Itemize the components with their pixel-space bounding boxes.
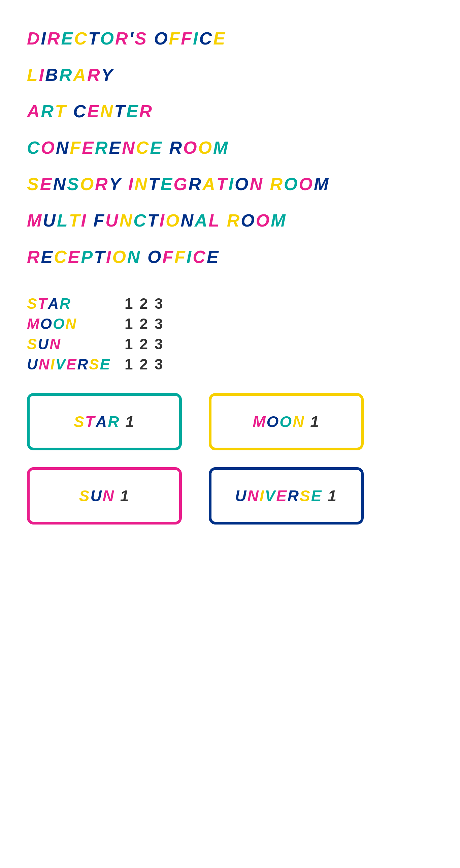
room-card-label-sun-1: SUN 1 (79, 487, 130, 505)
cards-grid: STAR 1MOON 1SUN 1UNIVERSE 1 (27, 393, 364, 525)
grid-num-sun-1[interactable]: 1 (125, 336, 133, 353)
grid-num-sun-3[interactable]: 3 (155, 336, 163, 353)
grid-num-moon-1[interactable]: 1 (125, 316, 133, 332)
grid-label-sun: SUN (27, 336, 121, 353)
grid-num-sun-2[interactable]: 2 (139, 336, 147, 353)
menu-item-art-center[interactable]: ART CENTER (27, 93, 433, 129)
room-card-moon-1[interactable]: MOON 1 (209, 393, 364, 450)
grid-num-moon-2[interactable]: 2 (139, 316, 147, 332)
page-container: DIRECTOR'S OFFICELIBRARYART CENTERCONFER… (27, 20, 433, 525)
grid-row-sun: SUN123 (27, 336, 433, 353)
room-card-label-star-1: STAR 1 (74, 413, 135, 431)
grid-row-moon: MOON123 (27, 316, 433, 332)
grid-label-star: STAR (27, 295, 121, 312)
menu-item-multi-functional[interactable]: MULTI FUNCTIONAL ROOM (27, 202, 433, 239)
room-card-sun-1[interactable]: SUN 1 (27, 467, 182, 525)
room-card-label-universe-1: UNIVERSE 1 (235, 487, 337, 505)
grid-num-universe-1[interactable]: 1 (125, 356, 133, 373)
menu-item-directors-office[interactable]: DIRECTOR'S OFFICE (27, 20, 433, 57)
grid-label-moon: MOON (27, 316, 121, 332)
menu-list: DIRECTOR'S OFFICELIBRARYART CENTERCONFER… (27, 20, 433, 275)
grid-row-star: STAR123 (27, 295, 433, 312)
grid-num-star-3[interactable]: 3 (155, 295, 163, 312)
menu-item-reception-office[interactable]: RECEPTION OFFICE (27, 239, 433, 275)
menu-item-conference-room[interactable]: CONFERENCE ROOM (27, 129, 433, 166)
menu-item-sensory-integration[interactable]: SENSORY INTEGRATION ROOM (27, 166, 433, 202)
room-card-star-1[interactable]: STAR 1 (27, 393, 182, 450)
grid-label-universe: UNIVERSE (27, 356, 121, 373)
room-card-label-moon-1: MOON 1 (253, 413, 320, 431)
grid-num-universe-3[interactable]: 3 (155, 356, 163, 373)
grid-section: STAR123MOON123SUN123UNIVERSE123 (27, 295, 433, 373)
grid-num-star-1[interactable]: 1 (125, 295, 133, 312)
grid-num-moon-3[interactable]: 3 (155, 316, 163, 332)
grid-row-universe: UNIVERSE123 (27, 356, 433, 373)
grid-num-star-2[interactable]: 2 (139, 295, 147, 312)
room-card-universe-1[interactable]: UNIVERSE 1 (209, 467, 364, 525)
grid-num-universe-2[interactable]: 2 (139, 356, 147, 373)
menu-item-library[interactable]: LIBRARY (27, 57, 433, 93)
